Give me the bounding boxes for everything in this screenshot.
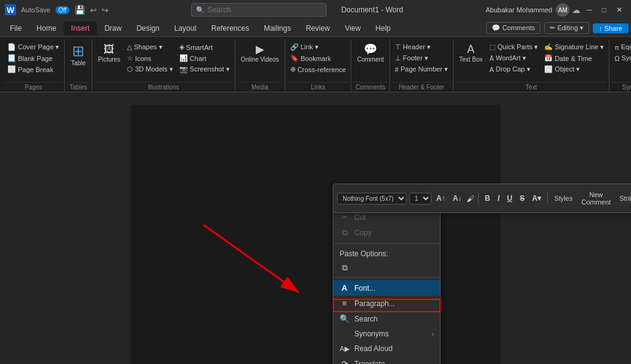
paste-icon-item[interactable]: ⧉ bbox=[333, 261, 440, 275]
tab-design[interactable]: Design bbox=[129, 22, 166, 35]
pictures-button[interactable]: 🖼Pictures bbox=[95, 42, 123, 65]
smartart-button[interactable]: ◈SmartArt bbox=[177, 42, 232, 52]
increase-font-button[interactable]: A↑ bbox=[434, 193, 448, 204]
tab-draw[interactable]: Draw bbox=[97, 22, 129, 35]
link-icon: 🔗 bbox=[290, 43, 299, 51]
strikethrough-button[interactable]: S bbox=[517, 193, 527, 204]
decrease-font-button[interactable]: A↓ bbox=[450, 193, 465, 204]
tab-view[interactable]: View bbox=[338, 22, 368, 35]
comment-icon: 💬 bbox=[364, 44, 377, 55]
signature-line-button[interactable]: ✍Signature Line ▾ bbox=[542, 42, 606, 52]
search-menu-icon: 🔍 bbox=[340, 314, 349, 323]
symbol-icon: Ω bbox=[614, 55, 619, 62]
word-logo-icon: W bbox=[5, 4, 16, 15]
translate-icon: ⟳ bbox=[340, 359, 349, 364]
bold-button[interactable]: B bbox=[482, 193, 493, 204]
text-box-button[interactable]: AText Box bbox=[456, 42, 486, 65]
tab-file[interactable]: File bbox=[2, 22, 29, 35]
tab-references[interactable]: References bbox=[204, 22, 256, 35]
screenshot-button[interactable]: 📷Screenshot ▾ bbox=[177, 64, 232, 75]
wordart-button[interactable]: ĀWordArt ▾ bbox=[487, 53, 540, 63]
tab-home[interactable]: Home bbox=[29, 22, 63, 35]
page-break-button[interactable]: ⬜Page Break bbox=[5, 64, 62, 75]
paragraph-menu-item[interactable]: ≡ Paragraph... bbox=[333, 296, 440, 311]
cross-reference-button[interactable]: ⊕Cross-reference bbox=[288, 64, 349, 75]
paste-icon: ⧉ bbox=[340, 263, 349, 273]
quick-parts-button[interactable]: ⬚Quick Parts ▾ bbox=[487, 42, 540, 52]
font-name-select[interactable]: Nothing Font (5x7) bbox=[337, 193, 407, 204]
font-size-select[interactable]: 12 bbox=[409, 193, 431, 204]
autosave-toggle[interactable]: Off bbox=[55, 6, 70, 14]
icons-button[interactable]: ☆Icons bbox=[124, 53, 176, 63]
new-comment-toolbar-button[interactable]: New Comment bbox=[578, 190, 614, 207]
date-time-icon: 📅 bbox=[544, 54, 553, 62]
page-number-button[interactable]: #Page Number ▾ bbox=[393, 64, 450, 75]
blank-page-button[interactable]: 📃Blank Page bbox=[5, 53, 62, 63]
chart-button[interactable]: 📊Chart bbox=[177, 53, 232, 63]
translate-menu-item[interactable]: ⟳ Translate bbox=[333, 356, 440, 364]
format-paintbrush-icon: 🖌 bbox=[466, 194, 474, 203]
tab-mailings[interactable]: Mailings bbox=[256, 22, 298, 35]
links-group-label: Links bbox=[288, 82, 349, 92]
copy-icon: ⧉ bbox=[340, 228, 349, 238]
ribbon-content: 📄Cover Page ▾ 📃Blank Page ⬜Page Break Pa… bbox=[0, 37, 631, 92]
tab-insert[interactable]: Insert bbox=[63, 22, 97, 35]
table-button[interactable]: ⊞ Table bbox=[67, 42, 89, 68]
tables-group-label: Tables bbox=[67, 82, 89, 92]
ribbon-group-tables: ⊞ Table Tables bbox=[65, 39, 92, 92]
header-footer-group-items: ⊤Header ▾ ⊥Footer ▾ #Page Number ▾ bbox=[393, 39, 450, 82]
cover-page-button[interactable]: 📄Cover Page ▾ bbox=[5, 42, 62, 52]
object-icon: ⬜ bbox=[544, 65, 553, 73]
3d-models-button[interactable]: ⬡3D Models ▾ bbox=[124, 64, 176, 75]
text-group-label: Text bbox=[456, 82, 606, 92]
online-videos-button[interactable]: ▶Online Videos bbox=[238, 42, 282, 65]
font-menu-item[interactable]: A Font... bbox=[333, 280, 440, 296]
separator-1 bbox=[333, 243, 440, 244]
comments-button[interactable]: 💬 Comments bbox=[486, 22, 540, 34]
link-button[interactable]: 🔗Link ▾ bbox=[288, 42, 349, 52]
avatar: AM bbox=[556, 3, 569, 17]
bookmark-icon: 🔖 bbox=[290, 54, 299, 62]
share-button[interactable]: ↑ Share bbox=[593, 23, 629, 33]
strikethrough-toolbar-button[interactable]: Strikethrough bbox=[616, 193, 631, 203]
header-button[interactable]: ⊤Header ▾ bbox=[393, 42, 450, 52]
ribbon-group-comments: 💬Comment Comments bbox=[351, 39, 389, 92]
smartart-icon: ◈ bbox=[179, 43, 184, 51]
comments-group-label: Comments bbox=[354, 82, 386, 92]
search-input[interactable] bbox=[191, 3, 327, 17]
tab-review[interactable]: Review bbox=[298, 22, 337, 35]
object-button[interactable]: ⬜Object ▾ bbox=[542, 64, 606, 75]
bookmark-button[interactable]: 🔖Bookmark bbox=[288, 53, 349, 63]
chart-icon: 📊 bbox=[179, 54, 188, 62]
context-menu: ✂ Cut ⧉ Copy Paste Options: ⧉ A Font... … bbox=[333, 188, 441, 364]
footer-button[interactable]: ⊥Footer ▾ bbox=[393, 53, 450, 63]
symbol-button[interactable]: ΩSymbol ▾ bbox=[612, 53, 631, 63]
doc-title: Document1 - Word bbox=[341, 6, 403, 14]
styles-button[interactable]: Styles bbox=[551, 193, 576, 203]
tab-layout[interactable]: Layout bbox=[167, 22, 204, 35]
minimize-button[interactable]: ─ bbox=[583, 4, 596, 15]
title-bar-center: 🔍 Document1 - Word bbox=[108, 3, 486, 17]
search-menu-item[interactable]: 🔍 Search bbox=[333, 311, 440, 326]
title-bar-left: W AutoSave Off 💾 ↩ ↪ bbox=[5, 4, 108, 15]
read-aloud-menu-item[interactable]: A▶ Read Aloud bbox=[333, 341, 440, 356]
comment-button[interactable]: 💬Comment bbox=[354, 42, 386, 65]
redo-icon[interactable]: ↪ bbox=[102, 6, 108, 15]
italic-button[interactable]: I bbox=[495, 193, 502, 204]
synonyms-menu-item[interactable]: Synonyms › bbox=[333, 326, 440, 341]
date-time-button[interactable]: 📅Date & Time bbox=[542, 53, 606, 63]
font-color-button[interactable]: A▾ bbox=[529, 193, 543, 204]
shapes-button[interactable]: △Shapes ▾ bbox=[124, 42, 176, 52]
undo-icon[interactable]: ↩ bbox=[90, 6, 97, 15]
save-icon[interactable]: 💾 bbox=[75, 5, 85, 15]
close-button[interactable]: ✕ bbox=[613, 4, 626, 15]
drop-cap-button[interactable]: ADrop Cap ▾ bbox=[487, 64, 540, 75]
cover-page-icon: 📄 bbox=[7, 43, 16, 51]
editing-button[interactable]: ✏ Editing ▾ bbox=[544, 22, 589, 34]
underline-button[interactable]: U bbox=[505, 193, 515, 204]
copy-menu-item[interactable]: ⧉ Copy bbox=[333, 225, 440, 241]
maximize-button[interactable]: □ bbox=[598, 4, 610, 15]
equation-button[interactable]: πEquation ▾ bbox=[612, 42, 631, 52]
separator-2 bbox=[333, 277, 440, 278]
tab-help[interactable]: Help bbox=[368, 22, 398, 35]
